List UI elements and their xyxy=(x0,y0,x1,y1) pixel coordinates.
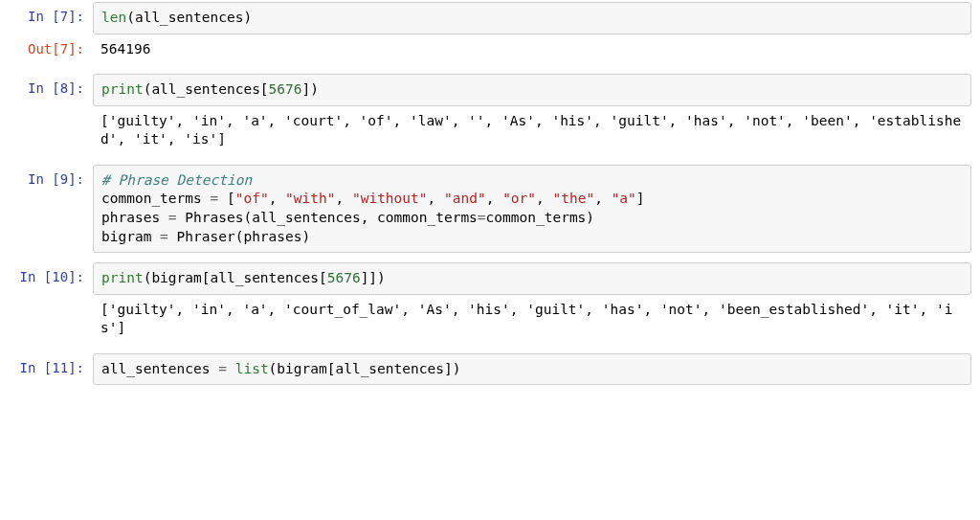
notebook: In [7]: len(all_sentences) Out[7]: 56419… xyxy=(0,2,980,385)
cell-7-input: In [7]: len(all_sentences) xyxy=(0,2,980,34)
cell-11-input: In [11]: all_sentences = list(bigram[all… xyxy=(0,353,980,386)
prompt-in-7: In [7]: xyxy=(0,2,93,34)
prompt-in-11: In [11]: xyxy=(0,353,93,386)
code-input-9[interactable]: # Phrase Detection common_terms = ["of",… xyxy=(93,165,971,253)
cell-9-input: In [9]: # Phrase Detection common_terms … xyxy=(0,165,980,253)
prompt-empty-8 xyxy=(0,106,93,155)
cell-8-output: ['guilty', 'in', 'a', 'court', 'of', 'la… xyxy=(0,106,980,155)
cell-10-input: In [10]: print(bigram[all_sentences[5676… xyxy=(0,262,980,295)
code-input-8[interactable]: print(all_sentences[5676]) xyxy=(93,74,971,106)
output-8: ['guilty', 'in', 'a', 'court', 'of', 'la… xyxy=(93,106,971,155)
prompt-out-7: Out[7]: xyxy=(0,34,93,65)
cell-10-output: ['guilty', 'in', 'a', 'court_of_law', 'A… xyxy=(0,295,980,344)
output-7: 564196 xyxy=(93,34,971,65)
cell-8-input: In [8]: print(all_sentences[5676]) xyxy=(0,74,980,106)
cell-7-output: Out[7]: 564196 xyxy=(0,34,980,65)
prompt-in-8: In [8]: xyxy=(0,74,93,106)
prompt-in-10: In [10]: xyxy=(0,262,93,295)
prompt-empty-10 xyxy=(0,295,93,344)
code-input-11[interactable]: all_sentences = list(bigram[all_sentence… xyxy=(93,353,971,386)
output-10: ['guilty', 'in', 'a', 'court_of_law', 'A… xyxy=(93,295,971,344)
code-input-10[interactable]: print(bigram[all_sentences[5676]]) xyxy=(93,262,971,295)
code-input-7[interactable]: len(all_sentences) xyxy=(93,2,971,34)
prompt-in-9: In [9]: xyxy=(0,165,93,253)
